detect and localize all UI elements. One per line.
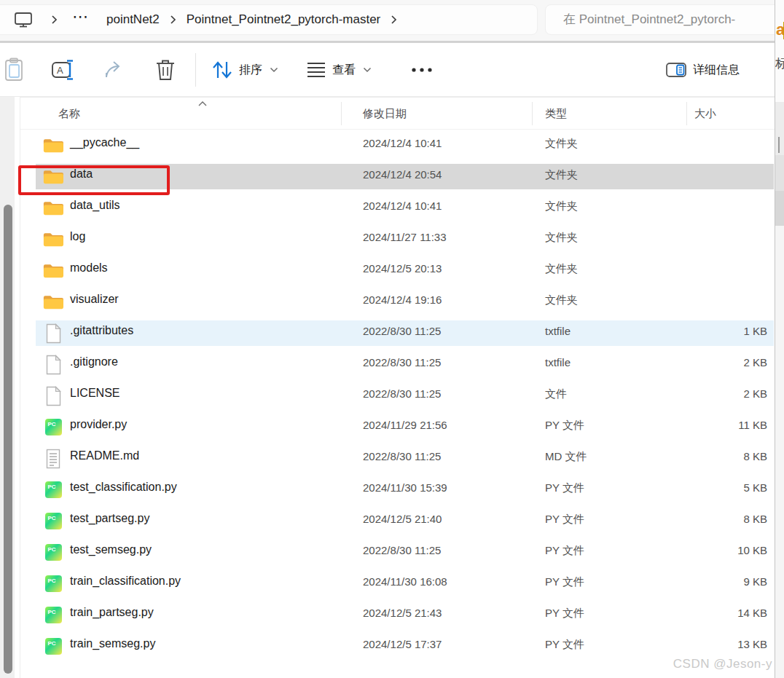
column-divider[interactable] [532,102,533,125]
share-button[interactable] [103,55,127,84]
chevron-right-icon [51,15,58,25]
file-date: 2024/11/29 21:56 [363,419,447,431]
file-type: MD 文件 [545,450,587,464]
window-band [775,102,784,155]
sort-ascending-icon [197,97,208,109]
breadcrumb-overflow-button[interactable]: ⋯ [72,7,89,26]
file-date: 2022/8/30 11:25 [363,387,441,400]
breadcrumb-item-master[interactable]: Pointnet_Pointnet2_pytorch-master [187,12,381,27]
sort-icon [211,59,233,81]
folder-icon [43,229,63,249]
breadcrumb-item-pointnet2[interactable]: pointNet2 [106,12,160,27]
file-type: PY 文件 [545,544,584,558]
file-date: 2022/8/30 11:25 [363,544,441,556]
table-row[interactable]: PC train_classification.py 2024/11/30 16… [20,568,775,599]
file-date: 2024/11/27 11:33 [363,231,447,243]
details-button[interactable]: 详细信息 [665,55,740,84]
file-size: 11 KB [662,419,767,431]
table-row[interactable]: .gitattributes 2022/8/30 11:25 txtfile 1… [20,318,775,349]
folder-icon [43,136,63,154]
trash-icon [154,58,176,82]
file-date: 2024/12/4 19:16 [363,293,442,306]
window-band [775,155,784,191]
pycharm-icon: PC [45,638,62,655]
file-name: .gitignore [70,355,118,368]
pycharm-icon: PC [43,543,63,562]
search-input[interactable] [563,12,760,27]
table-row[interactable]: data_utils 2024/12/4 10:41 文件夹 [20,192,775,224]
file-type: PY 文件 [545,575,584,589]
file-size: 2 KB [662,356,767,368]
view-label: 查看 [332,63,356,78]
file-size: 13 KB [662,638,767,650]
file-size: 8 KB [662,450,767,462]
file-size: 2 KB [662,387,767,400]
table-row[interactable]: log 2024/11/27 11:33 文件夹 [20,224,775,255]
more-button[interactable] [409,55,434,84]
column-divider[interactable] [341,102,342,125]
file-name: test_partseg.py [70,512,149,525]
chevron-right-icon [170,15,176,25]
table-row[interactable]: .gitignore 2022/8/30 11:25 txtfile 2 KB [20,349,775,380]
table-row[interactable]: PC test_classification.py 2024/11/30 15:… [20,474,775,505]
paste-button[interactable] [3,55,25,84]
rename-button[interactable]: A [51,55,76,84]
details-label: 详细信息 [693,63,740,78]
file-type: 文件夹 [545,168,578,182]
file-type: 文件夹 [545,293,578,307]
file-name: provider.py [70,418,127,431]
table-row[interactable]: __pycache__ 2024/12/4 10:41 文件夹 [20,130,775,161]
file-size: 10 KB [662,544,767,556]
pycharm-icon: PC [43,417,63,437]
column-header-name[interactable]: 名称 [58,107,80,121]
file-name: test_semseg.py [70,543,152,556]
table-row[interactable]: PC provider.py 2024/11/29 21:56 PY 文件 11… [20,411,775,443]
left-scrollbar-thumb[interactable] [4,205,12,674]
chevron-down-icon [270,67,278,73]
scrollbar-tick[interactable] [778,137,780,153]
table-row[interactable]: README.md 2022/8/30 11:25 MD 文件 8 KB [20,443,775,474]
file-date: 2024/12/5 21:43 [363,607,442,619]
file-type: PY 文件 [545,607,584,620]
file-date: 2024/12/4 10:41 [363,200,442,212]
table-row[interactable]: PC train_partseg.py 2024/12/5 21:43 PY 文… [20,599,775,631]
view-button[interactable]: 查看 [306,55,372,84]
pycharm-icon: PC [45,481,62,498]
pycharm-icon: PC [43,511,63,531]
delete-button[interactable] [154,55,176,84]
file-name: models [70,261,108,275]
pycharm-icon: PC [45,513,62,529]
column-header-size[interactable]: 大小 [694,107,716,121]
blank-file-icon [45,323,62,344]
file-name: visualizer [70,293,119,306]
table-row[interactable]: visualizer 2024/12/4 19:16 文件夹 [20,286,775,318]
column-header-row: 名称 修改日期 类型 大小 [20,97,775,130]
file-name: log [70,230,85,243]
details-panel-icon [665,61,687,79]
file-list: __pycache__ 2024/12/4 10:41 文件夹 data 202… [20,130,775,662]
file-type: PY 文件 [545,513,584,527]
folder-icon [43,198,63,218]
window-band [775,191,784,226]
file-type: 文件夹 [545,262,578,276]
file-date: 2024/12/4 20:54 [363,168,442,181]
sort-button[interactable]: 排序 [211,55,278,84]
table-row[interactable]: PC test_semseg.py 2022/8/30 11:25 PY 文件 … [20,537,775,568]
this-pc-icon[interactable] [14,11,34,28]
folder-icon [43,261,63,280]
pycharm-icon: PC [45,575,62,592]
paste-icon [3,58,25,82]
table-row[interactable]: PC test_partseg.py 2024/12/5 21:40 PY 文件… [20,505,775,537]
column-header-type[interactable]: 类型 [545,107,567,121]
column-header-date[interactable]: 修改日期 [363,107,407,121]
folder-icon [43,292,63,312]
table-row[interactable]: LICENSE 2022/8/30 11:25 文件 2 KB [20,380,775,411]
folder-icon [43,167,63,186]
file-size: 9 KB [662,575,767,588]
table-row[interactable]: data 2024/12/4 20:54 文件夹 [20,161,775,192]
column-divider[interactable] [686,102,687,125]
file-icon [43,386,63,406]
address-bar: ⋯ pointNet2 Pointnet_Pointnet2_pytorch-m… [0,0,784,42]
file-name: .gitattributes [70,324,133,337]
table-row[interactable]: models 2024/12/5 20:13 文件夹 [20,255,775,286]
